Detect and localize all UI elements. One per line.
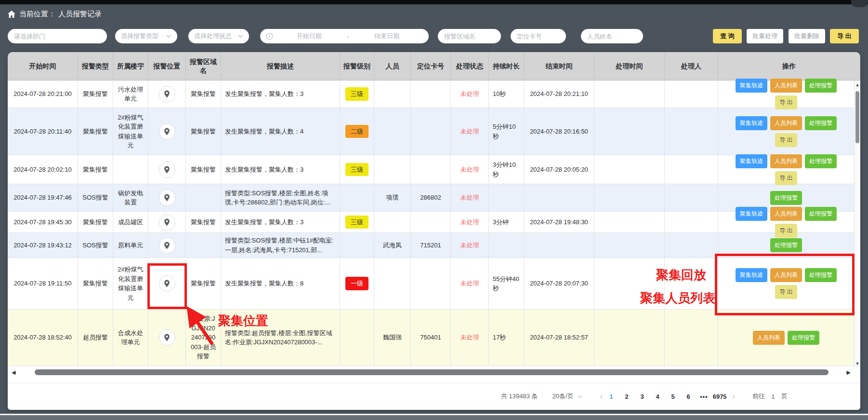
op-list-button[interactable]: 人员列表 <box>770 207 802 221</box>
horizontal-scrollbar[interactable]: ◀ ▶ <box>8 368 855 377</box>
alarm-position-button[interactable] <box>159 190 175 206</box>
alarm-position-button[interactable] <box>159 329 175 346</box>
scroll-right-arrow-icon[interactable]: ▶ <box>847 368 851 377</box>
date-range-picker[interactable]: 开始日期 - 结束日期 <box>260 29 429 43</box>
handle-status-text: 未处理 <box>460 333 479 342</box>
op-export-button[interactable]: 导 出 <box>775 95 797 109</box>
cell-level: 二级 <box>340 108 374 155</box>
op-handle-button[interactable]: 处理报警 <box>805 116 837 130</box>
cell-level <box>340 310 374 366</box>
alarm-position-button[interactable] <box>159 162 175 178</box>
column-header-3: 报警位置 <box>148 52 186 81</box>
cell-card: 286802 <box>411 184 451 212</box>
op-track-button[interactable]: 聚集轨迹 <box>736 207 767 221</box>
op-handle-button[interactable]: 处理报警 <box>770 238 802 252</box>
op-handle-button[interactable]: 处理报警 <box>805 79 837 93</box>
op-track-button[interactable]: 聚集轨迹 <box>736 268 767 282</box>
page-size-value: 20条/页 <box>552 392 574 401</box>
locate-card-input[interactable] <box>511 29 566 43</box>
alarm-type-select[interactable]: 选择报警类型 <box>115 29 177 43</box>
page-number-active[interactable]: 1 <box>608 393 614 400</box>
op-track-button[interactable]: 聚集轨迹 <box>736 116 767 130</box>
table-row: 2024-07-28 20:11:40聚集报警2#粉煤气化装置磨煤输送单元聚集报… <box>8 108 855 155</box>
op-handle-button[interactable]: 处理报警 <box>805 207 837 221</box>
prev-page-button[interactable]: ‹ <box>596 392 606 401</box>
op-handle-button[interactable]: 处理报警 <box>805 268 837 282</box>
page-number[interactable]: 3 <box>639 393 645 400</box>
alarm-position-button[interactable] <box>159 86 175 102</box>
op-handle-button[interactable]: 处理报警 <box>788 331 819 345</box>
op-list-button[interactable]: 人员列表 <box>770 154 802 168</box>
alarm-position-button[interactable] <box>159 275 175 292</box>
department-input[interactable] <box>8 29 107 43</box>
alarm-position-button[interactable] <box>159 237 175 254</box>
page-number[interactable]: 6 <box>685 393 691 400</box>
table-row: 2024-07-28 19:45:30聚集报警成品罐区聚集报警发生聚集报警，聚集… <box>8 212 855 233</box>
op-list-button[interactable]: 人员列表 <box>770 268 802 282</box>
column-header-13: 处理人 <box>665 52 718 81</box>
vertical-scrollbar-thumb[interactable] <box>855 91 859 143</box>
cell-ops: 聚集轨迹人员列表处理报警导 出 <box>718 81 855 108</box>
cell-type: 聚集报警 <box>78 212 113 233</box>
cell-duration: 5分钟10秒 <box>489 108 524 155</box>
page-number[interactable]: 2 <box>624 393 630 400</box>
horizontal-scrollbar-thumb[interactable] <box>35 369 829 375</box>
op-handle-button[interactable]: 处理报警 <box>805 154 837 168</box>
export-button[interactable]: 导 出 <box>830 29 859 43</box>
cell-start: 2024-07-28 19:11:50 <box>8 258 78 310</box>
scroll-down-arrow-icon[interactable]: ▼ <box>855 360 860 367</box>
cell-card: 750401 <box>411 310 451 366</box>
chevron-down-icon <box>166 34 171 38</box>
end-date-input[interactable]: 结束日期 <box>351 32 423 41</box>
alarm-position-button[interactable] <box>159 214 175 230</box>
cell-handle-time <box>594 155 665 184</box>
scroll-left-arrow-icon[interactable]: ◀ <box>12 368 15 377</box>
corner-decoration <box>851 0 868 7</box>
alarm-region-input[interactable] <box>438 29 501 43</box>
cell-card <box>411 108 451 155</box>
alarm-level-badge: 一级 <box>345 277 368 290</box>
table-header: 开始时间报警类型所属楼宇报警位置报警区域名报警描述报警级别人员定位卡号处理状态持… <box>8 52 860 81</box>
op-export-button[interactable]: 导 出 <box>775 133 797 147</box>
alarm-position-button[interactable] <box>159 123 175 140</box>
handle-status-text: 未处理 <box>460 241 479 250</box>
next-page-button[interactable]: › <box>729 392 739 401</box>
annotation-playback-label: 聚集回放 <box>656 267 706 284</box>
page-size-select[interactable]: 20条/页 <box>552 392 583 401</box>
cell-building: 2#粉煤气化装置磨煤输送单元 <box>113 108 148 155</box>
scroll-up-arrow-icon[interactable]: ▲ <box>855 81 860 88</box>
handle-status-select-value: 选择处理状态 <box>194 32 232 41</box>
vertical-scrollbar[interactable]: ▲ ▼ <box>855 81 860 368</box>
cell-position <box>148 108 186 155</box>
page-number[interactable]: 5 <box>670 393 676 400</box>
page-ellipsis[interactable]: ••• <box>700 393 708 400</box>
cell-region: 聚集报警 <box>186 155 221 184</box>
person-name-input[interactable] <box>581 29 643 43</box>
batch-handle-button[interactable]: 批量处理 <box>747 29 783 43</box>
cell-status: 未处理 <box>451 258 489 310</box>
op-list-button[interactable]: 人员列表 <box>753 331 785 345</box>
table-body: 2024-07-28 20:21:00聚集报警污水处理单元聚集报警发生聚集报警，… <box>8 81 855 366</box>
handle-status-text: 未处理 <box>460 127 479 136</box>
op-export-button[interactable]: 导 出 <box>775 285 797 299</box>
op-track-button[interactable]: 聚集轨迹 <box>736 79 767 93</box>
handle-status-select[interactable]: 选择处理状态 <box>188 29 249 43</box>
page-number[interactable]: 4 <box>655 393 660 400</box>
query-button[interactable]: 查 询 <box>713 29 742 43</box>
map-pin-icon <box>164 334 170 341</box>
column-header-9: 处理状态 <box>451 52 489 81</box>
batch-delete-button[interactable]: 批量删除 <box>789 29 825 43</box>
cell-position <box>148 258 186 310</box>
goto-page-input[interactable]: 1 <box>770 393 776 400</box>
op-list-button[interactable]: 人员列表 <box>770 116 802 130</box>
start-date-input[interactable]: 开始日期 <box>273 32 345 41</box>
op-handle-button[interactable]: 处理报警 <box>770 191 802 205</box>
cell-building: 污水处理单元 <box>113 81 148 108</box>
cell-handle-time <box>594 212 665 233</box>
op-list-button[interactable]: 人员列表 <box>770 79 802 93</box>
page-number-last[interactable]: 6975 <box>713 393 727 400</box>
cell-handler <box>665 212 718 233</box>
cell-person <box>374 155 411 184</box>
op-track-button[interactable]: 聚集轨迹 <box>736 154 767 168</box>
op-export-button[interactable]: 导 出 <box>775 171 797 185</box>
